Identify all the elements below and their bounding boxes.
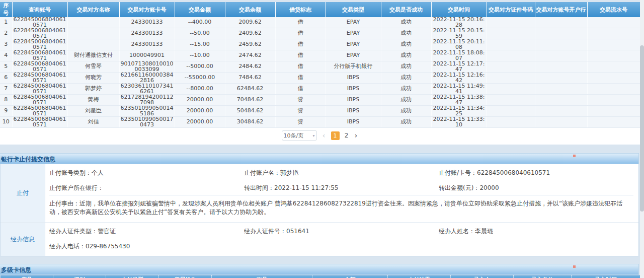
- cell-debit-flag: 借: [275, 84, 326, 95]
- field-label: 经办人证件号：: [244, 228, 286, 235]
- cell-time: 2022-11-15 18:08:07: [431, 50, 487, 61]
- cell-cert-no: [487, 50, 535, 61]
- cell-query-account: 6228450068040610571: [12, 28, 67, 39]
- field-agent-cert-no: 经办人证件号：051641: [244, 227, 439, 236]
- cell-index: 4: [0, 50, 12, 61]
- cell-amount: 20000.00: [175, 106, 225, 117]
- cell-amount: 20000.00: [175, 117, 225, 128]
- cell-type: IBPS: [326, 106, 381, 117]
- cell-time: 2022-11-15 20:11:08: [431, 39, 487, 50]
- field-value: 2022-11-15 11:27:55: [274, 184, 338, 191]
- cell-time: 2022-11-15 11:38:47: [431, 95, 487, 106]
- next-page-button[interactable]: ›: [354, 131, 359, 140]
- field-value: 6228450068040610571: [477, 169, 550, 176]
- column-header-org: 所属机构: [159, 275, 212, 278]
- cell-success: 成功: [381, 17, 431, 28]
- column-header-serial: 交易流水号: [587, 2, 640, 17]
- table-row: 26228450068040610571243300133--50.002409…: [0, 28, 640, 39]
- page-size-label: 10条/页: [284, 132, 304, 140]
- prev-page-button[interactable]: ‹: [321, 131, 327, 140]
- cell-time: 2022-11-15 11:49:41: [431, 84, 487, 95]
- section-bar-icon: [573, 155, 576, 157]
- field-label: 经办人姓名：: [439, 228, 475, 235]
- cell-time: 2022-11-15 11:34:25: [431, 106, 487, 117]
- page-button-2[interactable]: 2: [344, 132, 349, 139]
- cell-cert-no: [487, 73, 535, 84]
- pagination-bar: 10条/页 ▾ ‹ 1 2 ›: [0, 128, 640, 145]
- column-header-debit-flag: 借贷标志: [275, 2, 326, 17]
- column-header-balance: 交易余额: [225, 2, 275, 17]
- cell-index: 6: [0, 73, 12, 84]
- cell-type: 分行版手机银行: [326, 61, 381, 73]
- cell-time: 2022-11-15 11:33:10: [431, 117, 487, 128]
- cell-cert-no: [487, 39, 535, 50]
- cell-type: IBPS: [326, 73, 381, 84]
- cell-balance: 7484.62: [225, 73, 275, 84]
- table-row: 86228450068040610571黄梅621728194200112709…: [0, 95, 640, 106]
- field-label: 转出金额(元)：: [439, 184, 479, 191]
- column-header-stop-type: 止付类型: [106, 275, 159, 278]
- cell-type: EPAY: [326, 28, 381, 39]
- cell-balance: 2474.62: [225, 50, 275, 61]
- cell-counterparty-name: 财付通微信支付: [67, 50, 119, 61]
- cell-serial: [587, 28, 640, 39]
- page-size-select[interactable]: 10条/页 ▾: [282, 130, 317, 141]
- chevron-down-icon: ▾: [312, 133, 314, 138]
- column-header-query-account: 查询账号: [12, 2, 67, 17]
- cell-success: 成功: [381, 95, 431, 106]
- field-label: 经办人电话：: [49, 243, 86, 250]
- column-header-index: 序号: [0, 2, 12, 17]
- cell-success: 成功: [381, 50, 431, 61]
- cell-counterparty-card: 6216611600003842816: [119, 73, 175, 84]
- cell-serial: [587, 84, 640, 95]
- page-content: 序号 查询账号 交易对方名称 交易对方账卡号 交易金额 交易余额 借贷标志 交易…: [0, 0, 640, 278]
- cell-time: 2022-11-15 20:15:59: [431, 28, 487, 39]
- section-gap: [0, 145, 640, 153]
- cell-counterparty-name: [67, 28, 119, 39]
- page-button-1[interactable]: 1: [331, 131, 340, 140]
- cell-counterparty-card: 6217281942001127098: [119, 95, 175, 106]
- agent-info-group-content: 经办人证件类型：警官证 经办人证件号：051641 经办人姓名：李晨琨 经办人电…: [45, 223, 638, 256]
- cell-time: 2022-11-15 20:16:28: [431, 17, 487, 28]
- column-header-success: 交易是否成功: [381, 2, 431, 17]
- multi-card-table: 序号 级别 止付类型 所属机构 账号 余额 止付结果 录入人 录入单位 录入时间…: [0, 275, 640, 278]
- cell-cert-no: [487, 17, 535, 28]
- cell-counterparty-name: 刘星臣: [67, 106, 119, 117]
- table-row: 66228450068040610571何晓芳62166116000038428…: [0, 73, 640, 84]
- cell-query-account: 6228450068040610571: [12, 84, 67, 95]
- cell-counterparty-name: [67, 17, 119, 28]
- cell-debit-flag: 贷: [275, 95, 326, 106]
- column-header-time: 交易时间: [431, 2, 487, 17]
- field-value: 警官证: [98, 228, 116, 235]
- cell-query-account: 6228450068040610571: [12, 73, 67, 84]
- cell-type: IBPS: [326, 95, 381, 106]
- stop-payment-section-header: 银行卡止付提交信息: [0, 153, 639, 164]
- field-label: 转出时间：: [244, 184, 274, 191]
- section-bar-icon: [573, 265, 576, 268]
- cell-balance: 2009.62: [225, 17, 275, 28]
- table-row: 36228450068040610571243300133--15.002459…: [0, 39, 640, 50]
- field-bank: 止付账户所在银行：: [49, 184, 244, 192]
- cell-debit-flag: 借: [275, 61, 326, 73]
- cell-balance: 70484.62: [225, 95, 275, 106]
- cell-bank: [535, 106, 587, 117]
- column-header-operator: 录入人: [451, 275, 514, 278]
- field-row: 止付账户所在银行： 转出时间：2022-11-15 11:27:55 转出金额(…: [49, 180, 633, 195]
- cell-counterparty-card: 6235010990500170473: [119, 117, 175, 128]
- cell-index: 1: [0, 17, 12, 28]
- cell-serial: [587, 106, 640, 117]
- cell-counterparty-name: 何雪琴: [67, 61, 119, 73]
- cell-amount: --10.00: [175, 50, 225, 61]
- cell-counterparty-name: 黄梅: [67, 95, 119, 106]
- cell-counterparty-card: 6230361101073416261: [119, 84, 175, 95]
- cell-bank: [535, 50, 587, 61]
- cell-bank: [535, 84, 587, 95]
- field-label: 止付账号类别：: [49, 169, 92, 176]
- vertical-scrollbar[interactable]: [640, 0, 644, 278]
- scrollbar-thumb[interactable]: [640, 45, 644, 212]
- column-header-level: 级别: [53, 275, 106, 278]
- stop-payment-section-title: 银行卡止付提交信息: [1, 156, 55, 163]
- column-header-entry-unit: 录入单位: [514, 275, 572, 278]
- cell-balance: 2409.62: [225, 28, 275, 39]
- cell-serial: [587, 17, 640, 28]
